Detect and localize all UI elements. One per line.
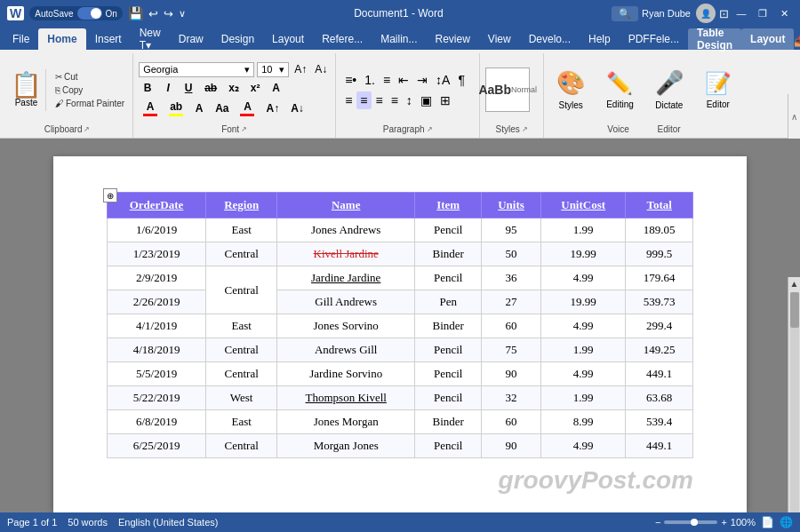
cell-item[interactable]: Pen <box>415 290 482 314</box>
cell-item[interactable]: Pencil <box>415 338 482 362</box>
close-button[interactable]: ✕ <box>775 4 793 22</box>
cell-unitcost[interactable]: 4.99 <box>540 266 626 290</box>
increase-indent-button[interactable]: ⇥ <box>413 71 431 89</box>
cell-total[interactable]: 539.73 <box>626 290 693 314</box>
case-button[interactable]: Aa <box>211 100 233 116</box>
justify-button[interactable]: ≡ <box>388 91 402 109</box>
cell-units[interactable]: 75 <box>482 338 541 362</box>
align-left-button[interactable]: ≡ <box>341 91 356 109</box>
cell-region[interactable]: West <box>206 386 277 410</box>
cell-item[interactable]: Pencil <box>415 266 482 290</box>
cell-region[interactable]: East <box>206 218 277 242</box>
cell-item[interactable]: Binder <box>415 242 482 266</box>
cell-region[interactable]: Central <box>206 338 277 362</box>
cell-name[interactable]: Thompson Kivell <box>277 386 415 410</box>
underline-button[interactable]: U <box>180 80 197 96</box>
editor-button[interactable]: 📝 Editor <box>698 67 739 113</box>
font-expand-icon[interactable]: ↗ <box>241 125 247 133</box>
cell-date[interactable]: 4/1/2019 <box>108 314 206 338</box>
cell-total[interactable]: 449.1 <box>626 362 693 386</box>
cell-units[interactable]: 60 <box>482 410 541 434</box>
format-painter-button[interactable]: 🖌 Format Painter <box>52 98 127 109</box>
tab-pdffele[interactable]: PDFFele... <box>620 28 688 50</box>
editing-button[interactable]: ✏️ Editing <box>599 67 641 113</box>
sort-button[interactable]: ↕A <box>432 71 453 89</box>
cell-date[interactable]: 6/25/2019 <box>108 434 206 458</box>
tab-view[interactable]: View <box>479 28 520 50</box>
bullets-button[interactable]: ≡• <box>341 71 360 89</box>
cell-units[interactable]: 95 <box>482 218 541 242</box>
cell-date[interactable]: 2/26/2019 <box>108 290 206 314</box>
cell-date[interactable]: 2/9/2019 <box>108 266 206 290</box>
share-icon[interactable]: 📤 <box>794 35 800 47</box>
cell-name[interactable]: Jones Sorvino <box>277 314 415 338</box>
autosave-toggle[interactable] <box>77 7 102 20</box>
shrink-button2[interactable]: A↓ <box>286 100 308 116</box>
dictate-button[interactable]: 🎤 Dictate <box>648 66 691 114</box>
zoom-slider[interactable] <box>664 520 717 524</box>
cell-unitcost[interactable]: 19.99 <box>540 290 626 314</box>
right-scrollbar[interactable]: ▲ ▼ <box>788 277 800 512</box>
cell-unitcost[interactable]: 1.99 <box>540 338 626 362</box>
cell-unitcost[interactable]: 4.99 <box>540 362 626 386</box>
view-web-icon[interactable]: 🌐 <box>780 516 793 528</box>
cell-total[interactable]: 149.25 <box>626 338 693 362</box>
customize-icon[interactable]: ∨ <box>179 8 186 20</box>
cell-item[interactable]: Binder <box>415 410 482 434</box>
tab-layout2[interactable]: Layout <box>741 28 794 50</box>
tab-draw[interactable]: Draw <box>170 28 212 50</box>
borders-button[interactable]: ⊞ <box>436 91 454 109</box>
cell-units[interactable]: 60 <box>482 314 541 338</box>
cell-item[interactable]: Pencil <box>415 362 482 386</box>
line-spacing-button[interactable]: ↕ <box>403 91 416 109</box>
cell-total[interactable]: 449.1 <box>626 434 693 458</box>
cell-item[interactable]: Pencil <box>415 434 482 458</box>
shrink-font-button[interactable]: A↓ <box>312 62 330 76</box>
ribbon-display-icon[interactable]: ⊡ <box>719 7 729 20</box>
cell-name[interactable]: Jones Morgan <box>277 410 415 434</box>
tab-references[interactable]: Refere... <box>313 28 372 50</box>
tab-mailings[interactable]: Mailin... <box>372 28 426 50</box>
styles-button[interactable]: 🎨 Styles <box>549 66 592 114</box>
font-color2-button[interactable]: A <box>236 99 259 118</box>
font-size-selector[interactable]: 10 ▾ <box>257 62 289 77</box>
cell-unitcost[interactable]: 1.99 <box>540 218 626 242</box>
superscript-button[interactable]: x² <box>246 80 265 96</box>
cell-region[interactable]: East <box>206 410 277 434</box>
cell-date[interactable]: 5/5/2019 <box>108 362 206 386</box>
cell-unitcost[interactable]: 4.99 <box>540 434 626 458</box>
tab-insert[interactable]: Insert <box>86 28 131 50</box>
zoom-in-button[interactable]: + <box>721 517 726 528</box>
cell-units[interactable]: 36 <box>482 266 541 290</box>
cell-region[interactable]: Central <box>206 242 277 266</box>
tab-help[interactable]: Help <box>580 28 620 50</box>
cell-date[interactable]: 4/18/2019 <box>108 338 206 362</box>
save-icon[interactable]: 💾 <box>128 6 143 20</box>
multilevel-button[interactable]: ≡ <box>380 71 394 89</box>
undo-icon[interactable]: ↩ <box>148 7 158 20</box>
cell-name[interactable]: Jardine Sorvino <box>277 362 415 386</box>
cell-region[interactable]: East <box>206 314 277 338</box>
cell-units[interactable]: 90 <box>482 434 541 458</box>
cell-total[interactable]: 179.64 <box>626 266 693 290</box>
cell-name[interactable]: Morgan Jones <box>277 434 415 458</box>
subscript-button[interactable]: x₂ <box>224 80 244 96</box>
cell-date[interactable]: 5/22/2019 <box>108 386 206 410</box>
cell-total[interactable]: 539.4 <box>626 410 693 434</box>
cell-name[interactable]: Jardine Jardine <box>277 266 415 290</box>
cell-total[interactable]: 189.05 <box>626 218 693 242</box>
styles-expand-icon[interactable]: ↗ <box>522 125 528 133</box>
align-right-button[interactable]: ≡ <box>372 91 387 109</box>
font-color-button[interactable]: A <box>139 99 162 118</box>
redo-icon[interactable]: ↪ <box>164 7 173 20</box>
cell-name[interactable]: Jones Andrews <box>277 218 415 242</box>
font-family-selector[interactable]: Georgia ▾ <box>139 62 254 77</box>
pilcrow-button[interactable]: ¶ <box>454 71 468 89</box>
scroll-thumb[interactable] <box>790 292 799 328</box>
styles-preview-box[interactable]: AaBb Normal <box>485 67 530 112</box>
view-print-icon[interactable]: 📄 <box>761 516 774 528</box>
tab-developer[interactable]: Develo... <box>520 28 580 50</box>
cell-item[interactable]: Pencil <box>415 386 482 410</box>
cut-button[interactable]: ✂ Cut <box>52 71 127 83</box>
grow-font-button[interactable]: A↑ <box>292 62 309 76</box>
